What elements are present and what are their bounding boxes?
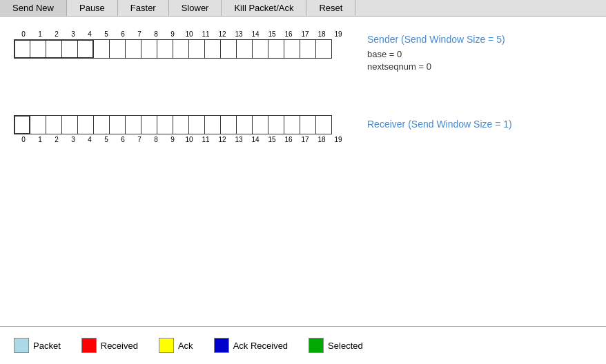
receiver-packet-13[interactable] <box>220 115 237 134</box>
sender-packet-7[interactable] <box>125 39 141 59</box>
receiver-packet-7[interactable] <box>125 115 141 134</box>
sender-packet-9[interactable] <box>157 39 173 59</box>
receiver-seq-num-7: 7 <box>131 136 148 143</box>
sender-packet-10[interactable] <box>173 39 189 59</box>
sender-packet-14[interactable] <box>236 39 253 59</box>
legend-label-0: Packet <box>33 341 61 351</box>
receiver-packets <box>14 115 346 134</box>
receiver-packet-17[interactable] <box>284 115 300 134</box>
main-content: 012345678910111213141516171819 Sender (S… <box>0 17 606 150</box>
sender-seq-numbers: 012345678910111213141516171819 <box>14 30 346 38</box>
sender-seq-num-17: 17 <box>297 30 313 38</box>
legend-label-2: Ack <box>178 341 193 351</box>
receiver-title: Receiver (Send Window Size = 1) <box>367 119 512 130</box>
legend-box-0 <box>14 338 29 353</box>
sender-packet-2[interactable] <box>46 39 62 59</box>
receiver-seq-num-13: 13 <box>231 136 247 143</box>
legend-item-0: Packet <box>14 338 61 353</box>
receiver-packet-16[interactable] <box>268 115 284 134</box>
receiver-seq-num-18: 18 <box>313 136 330 143</box>
receiver-packet-18[interactable] <box>300 115 316 134</box>
sender-packet-6[interactable] <box>109 39 126 59</box>
receiver-seq-num-1: 1 <box>32 136 48 143</box>
sender-packet-12[interactable] <box>204 39 221 59</box>
receiver-packet-19[interactable] <box>315 115 332 134</box>
receiver-seq-num-10: 10 <box>181 136 197 143</box>
pause-button[interactable]: Pause <box>67 0 118 16</box>
sender-seq-num-13: 13 <box>231 30 247 38</box>
receiver-packet-14[interactable] <box>236 115 253 134</box>
toolbar: Send New Pause Faster Slower Kill Packet… <box>0 0 606 17</box>
receiver-seq-num-9: 9 <box>164 136 181 143</box>
faster-button[interactable]: Faster <box>118 0 169 16</box>
legend-item-4: Selected <box>309 338 363 353</box>
sender-seq-num-4: 4 <box>81 30 98 38</box>
sender-packet-4[interactable] <box>77 39 94 59</box>
sender-seq-num-19: 19 <box>330 30 346 38</box>
receiver-packet-6[interactable] <box>109 115 126 134</box>
receiver-window-area: 012345678910111213141516171819 <box>14 115 346 143</box>
receiver-packet-3[interactable] <box>61 115 78 134</box>
sender-base: base = 0 <box>367 49 505 59</box>
sender-seq-num-0: 0 <box>15 30 32 38</box>
legend: PacketReceivedAckAck ReceivedSelected <box>0 326 606 364</box>
receiver-seq-num-5: 5 <box>98 136 115 143</box>
kill-packet-ack-button[interactable]: Kill Packet/Ack <box>222 0 306 16</box>
sender-packet-13[interactable] <box>220 39 237 59</box>
sender-packet-17[interactable] <box>284 39 300 59</box>
sender-packet-16[interactable] <box>268 39 284 59</box>
sender-info: Sender (Send Window Size = 5) base = 0 n… <box>367 30 505 74</box>
sender-packet-19[interactable] <box>315 39 332 59</box>
send-new-button[interactable]: Send New <box>0 0 67 16</box>
sender-packet-11[interactable] <box>188 39 205 59</box>
sender-packet-3[interactable] <box>61 39 78 59</box>
sender-seq-num-18: 18 <box>313 30 330 38</box>
legend-label-1: Received <box>101 341 138 351</box>
sender-title: Sender (Send Window Size = 5) <box>367 34 505 45</box>
sender-seq-num-16: 16 <box>280 30 297 38</box>
sender-packet-15[interactable] <box>252 39 268 59</box>
sender-seq-num-3: 3 <box>65 30 81 38</box>
receiver-seq-num-3: 3 <box>65 136 81 143</box>
sender-seq-num-1: 1 <box>32 30 48 38</box>
reset-button[interactable]: Reset <box>306 0 355 16</box>
sender-window-area: 012345678910111213141516171819 <box>14 30 346 59</box>
sender-seq-num-7: 7 <box>131 30 148 38</box>
receiver-packet-4[interactable] <box>77 115 94 134</box>
receiver-seq-num-15: 15 <box>264 136 280 143</box>
receiver-section: 012345678910111213141516171819 Receiver … <box>14 115 592 143</box>
receiver-packet-10[interactable] <box>173 115 189 134</box>
sender-seq-num-5: 5 <box>98 30 115 38</box>
receiver-packet-0[interactable] <box>14 115 30 134</box>
receiver-seq-num-11: 11 <box>197 136 214 143</box>
receiver-packet-11[interactable] <box>188 115 205 134</box>
receiver-seq-num-6: 6 <box>115 136 131 143</box>
slower-button[interactable]: Slower <box>169 0 222 16</box>
receiver-packet-9[interactable] <box>157 115 173 134</box>
sender-section: 012345678910111213141516171819 Sender (S… <box>14 30 592 74</box>
sender-seq-num-14: 14 <box>247 30 264 38</box>
receiver-seq-num-2: 2 <box>48 136 65 143</box>
receiver-seq-num-4: 4 <box>81 136 98 143</box>
sender-packet-1[interactable] <box>30 39 46 59</box>
receiver-seq-num-19: 19 <box>330 136 346 143</box>
sender-seq-num-15: 15 <box>264 30 280 38</box>
sender-packet-18[interactable] <box>300 39 316 59</box>
receiver-seq-num-0: 0 <box>15 136 32 143</box>
receiver-packet-8[interactable] <box>141 115 157 134</box>
sender-packet-8[interactable] <box>141 39 157 59</box>
receiver-packet-5[interactable] <box>93 115 110 134</box>
receiver-seq-num-14: 14 <box>247 136 264 143</box>
legend-box-2 <box>159 338 174 353</box>
receiver-packet-15[interactable] <box>252 115 268 134</box>
sender-packet-0[interactable] <box>14 39 30 59</box>
sender-seq-num-11: 11 <box>197 30 214 38</box>
receiver-packet-12[interactable] <box>204 115 221 134</box>
legend-item-2: Ack <box>159 338 193 353</box>
receiver-packet-1[interactable] <box>30 115 46 134</box>
receiver-packet-2[interactable] <box>46 115 62 134</box>
legend-item-1: Received <box>81 338 138 353</box>
receiver-seq-num-17: 17 <box>297 136 313 143</box>
sender-packet-5[interactable] <box>93 39 110 59</box>
legend-box-1 <box>81 338 97 353</box>
